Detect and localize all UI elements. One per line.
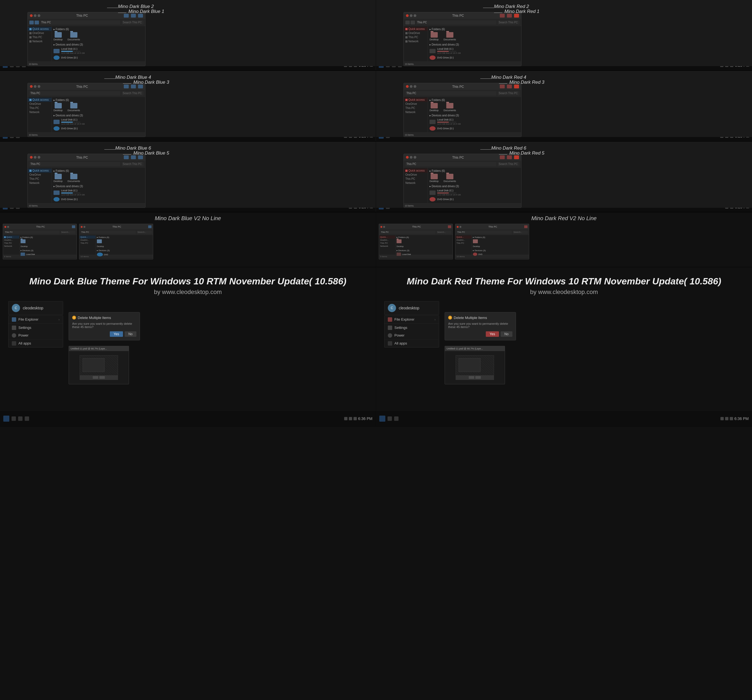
- username-blue: cleodesktop: [23, 306, 44, 310]
- bottom-taskbar-blue: 6:36 PM: [0, 411, 376, 426]
- annotation-blue2: Mino Dark Blue 2: [118, 4, 154, 9]
- sidebar-quick-access[interactable]: Quick access: [28, 27, 51, 31]
- sidebar-onedrive[interactable]: OneDrive: [28, 31, 51, 35]
- app-list-red: File Explorer › Settings Power: [384, 316, 439, 347]
- panel-row2-blue: Mino Dark Blue 4 Mino Dark Blue 3 This P…: [0, 71, 376, 137]
- sidebar-thispc[interactable]: This PC: [28, 35, 51, 39]
- info-panel-red: Mino Dark Red Theme For Windows 10 RTM N…: [376, 268, 752, 426]
- explorer-window-2r: This PC This PC Search This PC Quick acc…: [404, 83, 522, 137]
- annotation-blue6: Mino Dark Blue 6: [115, 146, 151, 151]
- mini-explorer-red-2: This PC This PC Search... Quick... OneDr…: [455, 224, 529, 260]
- app-item-allapps-red[interactable]: All apps: [384, 339, 439, 347]
- annotation-red5: Mino Dark Red 5: [510, 151, 544, 156]
- v2-red-title: Mino Dark Red V2 No Line: [379, 215, 749, 221]
- app-item-power-blue[interactable]: Power: [8, 331, 63, 339]
- v2-blue-section: Mino Dark Blue V2 No Line This PC This P…: [0, 213, 376, 267]
- app-list-blue: File Explorer › Settings Power: [8, 316, 63, 347]
- info-blue-subtitle: by www.cleodesktop.com: [6, 288, 370, 296]
- explorer-window-3: This PC This PC Search This PC Quick acc…: [28, 154, 146, 208]
- explorer-title-1: This PC: [76, 14, 88, 17]
- dialog-yes-btn-red[interactable]: Yes: [486, 331, 499, 337]
- bottom-taskbar-red: 6:36 PM: [376, 411, 752, 426]
- address-bar-1[interactable]: This PC: [41, 21, 51, 24]
- annotation-blue3: Mino Dark Blue 3: [134, 79, 169, 85]
- folder-documents[interactable]: Documents: [67, 32, 80, 41]
- mini-explorer-red-1: This PC This PC Search... Quick... OneDr…: [379, 224, 453, 260]
- info-blue-title-area: Mino Dark Blue Theme For Windows 10 RTM …: [0, 268, 376, 299]
- mini-explorer-blue-2: This PC This PC Search... Quick... OneDr…: [79, 224, 153, 260]
- delete-dialog-blue: ! Delete Multiple Items Are you sure you…: [68, 312, 140, 341]
- v2-red-section: Mino Dark Red V2 No Line This PC This PC…: [376, 213, 752, 267]
- avatar-blue: C: [12, 304, 20, 312]
- app-item-settings-red[interactable]: Settings: [384, 324, 439, 331]
- explorer-window-2: This PC This PC Search This PC Quick acc…: [28, 83, 146, 137]
- panel-row2-red: Mino Dark Red 4 Mino Dark Red 3 This PC …: [376, 71, 752, 137]
- v2-blue-title: Mino Dark Blue V2 No Line: [3, 215, 373, 221]
- explorer-window-1r: This PC This PC: [404, 12, 522, 66]
- devices-section: ▸ Devices and drives (3): [53, 43, 143, 46]
- mini-explorer-blue-1: This PC This PC Search... Quick : OneDri…: [3, 224, 77, 260]
- dialog-title-blue: Delete Multiple Items: [78, 316, 111, 320]
- panel-row1-red: Mino Dark Red 2 Mino Dark Red 1 This PC: [376, 0, 752, 66]
- annotation-red4: Mino Dark Red 4: [491, 75, 527, 80]
- dialog-text-blue: Are you sure you want to permanently del…: [72, 322, 137, 328]
- dialog-yes-btn-blue[interactable]: Yes: [110, 331, 123, 337]
- dialog-no-btn-red[interactable]: No: [500, 331, 513, 337]
- dialog-title-red: Delete Multiple Items: [454, 316, 487, 320]
- ps-preview-blue: Untitled-11.psd @ 66.7% (Laye...: [68, 346, 129, 384]
- app-item-allapps-blue[interactable]: All apps: [8, 339, 63, 347]
- annotation-blue1: Mino Dark Blue 1: [129, 9, 164, 14]
- panel-row1-blue: Mino Dark Blue 2 Mino Dark Blue 1: [0, 0, 376, 66]
- info-blue-title: Mino Dark Blue Theme For Windows 10 RTM …: [6, 275, 370, 287]
- sidebar-network[interactable]: Network: [28, 39, 51, 44]
- annotation-blue5: Mino Dark Blue 5: [134, 151, 169, 156]
- app-item-file-explorer-blue[interactable]: File Explorer ›: [8, 316, 63, 324]
- folders-section: ▸ Folders (6): [53, 28, 143, 31]
- username-red: cleodesktop: [399, 306, 420, 310]
- time-bottom-blue: 6:36 PM: [358, 417, 373, 421]
- delete-dialog-red: ! Delete Multiple Items Are you sure you…: [444, 312, 516, 341]
- status-items-1: 10 items: [28, 62, 39, 66]
- avatar-red: C: [388, 304, 396, 312]
- explorer-title-1r: This PC: [452, 14, 464, 17]
- annotation-blue4: Mino Dark Blue 4: [115, 75, 151, 80]
- app-item-power-red[interactable]: Power: [384, 331, 439, 339]
- dvd-drive[interactable]: DVD Drive (D:): [53, 56, 143, 60]
- info-red-title: Mino Dark Red Theme For Windows 10 RTM N…: [382, 275, 746, 287]
- ps-preview-red: Untitled-11.psd @ 66.7% (Laye...: [444, 346, 505, 384]
- panel-row3-red: Mino Dark Red 6 Mino Dark Red 5 This PC …: [376, 142, 752, 208]
- annotation-red1: Mino Dark Red 1: [505, 9, 539, 14]
- app-item-settings-blue[interactable]: Settings: [8, 324, 63, 331]
- panel-row3-blue: Mino Dark Blue 6 Mino Dark Blue 5 This P…: [0, 142, 376, 208]
- annotation-red2: Mino Dark Red 2: [494, 4, 529, 9]
- info-red-title-area: Mino Dark Red Theme For Windows 10 RTM N…: [376, 268, 752, 299]
- folder-desktop[interactable]: Desktop: [53, 32, 62, 41]
- time-bottom-red: 6:36 PM: [735, 417, 749, 421]
- explorer-window-3r: This PC This PC Search This PC Quick acc…: [404, 154, 522, 208]
- start-btn-red[interactable]: [379, 415, 385, 422]
- search-bar-1[interactable]: Search This PC: [123, 21, 142, 24]
- explorer-window-1: This PC This PC: [28, 12, 146, 66]
- start-btn-blue[interactable]: [3, 415, 9, 422]
- dialog-no-btn-blue[interactable]: No: [124, 331, 137, 337]
- info-panel-blue: Mino Dark Blue Theme For Windows 10 RTM …: [0, 268, 376, 426]
- local-disk[interactable]: Local Disk (C:) 12.0 GB free of 19.5 GB: [53, 48, 143, 54]
- annotation-red3: Mino Dark Red 3: [510, 79, 544, 85]
- app-item-file-explorer-red[interactable]: File Explorer ›: [384, 316, 439, 324]
- dialog-text-red: Are you sure you want to permanently del…: [448, 322, 513, 328]
- annotation-red6: Mino Dark Red 6: [491, 146, 527, 151]
- info-red-subtitle: by www.cleodesktop.com: [382, 288, 746, 296]
